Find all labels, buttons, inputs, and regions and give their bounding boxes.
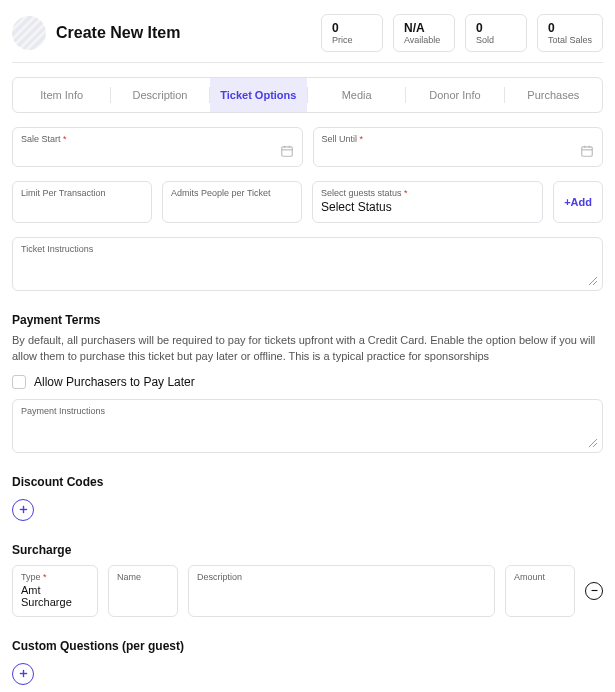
add-discount-code-button[interactable] bbox=[12, 499, 34, 521]
calendar-icon bbox=[280, 144, 294, 158]
allow-pay-later-checkbox[interactable] bbox=[12, 375, 26, 389]
label-text: Sell Until bbox=[322, 134, 358, 144]
stat-available: N/A Available bbox=[393, 14, 455, 52]
stat-value: 0 bbox=[332, 21, 372, 35]
surcharge-type-select[interactable]: Type * Amt Surcharge bbox=[12, 565, 98, 617]
field-label: Sell Until * bbox=[322, 134, 595, 144]
stat-label: Sold bbox=[476, 35, 516, 45]
sale-start-field[interactable]: Sale Start * bbox=[12, 127, 303, 167]
svg-line-8 bbox=[589, 277, 597, 285]
surcharge-amount-field[interactable]: Amount bbox=[505, 565, 575, 617]
svg-line-9 bbox=[593, 281, 597, 285]
stat-value: N/A bbox=[404, 21, 444, 35]
svg-line-10 bbox=[589, 439, 597, 447]
tab-purchases[interactable]: Purchases bbox=[505, 78, 602, 112]
tab-ticket-options[interactable]: Ticket Options bbox=[210, 78, 307, 112]
stat-label: Available bbox=[404, 35, 444, 45]
surcharge-name-field[interactable]: Name bbox=[108, 565, 178, 617]
svg-rect-4 bbox=[582, 147, 593, 156]
tab-item-info[interactable]: Item Info bbox=[13, 78, 110, 112]
allow-pay-later-label: Allow Purchasers to Pay Later bbox=[34, 375, 195, 389]
select-value: Select Status bbox=[321, 200, 534, 214]
page-header: Create New Item 0 Price N/A Available 0 … bbox=[12, 8, 603, 63]
field-label: Type * bbox=[21, 572, 89, 582]
plus-icon bbox=[18, 504, 29, 515]
stat-price: 0 Price bbox=[321, 14, 383, 52]
stat-label: Total Sales bbox=[548, 35, 592, 45]
label-text: Type bbox=[21, 572, 41, 582]
sell-until-field[interactable]: Sell Until * bbox=[313, 127, 604, 167]
field-label: Limit Per Transaction bbox=[21, 188, 143, 198]
field-label: Name bbox=[117, 572, 169, 582]
field-label: Sale Start * bbox=[21, 134, 294, 144]
plus-icon bbox=[18, 668, 29, 679]
guest-status-select[interactable]: Select guests status * Select Status bbox=[312, 181, 543, 223]
stat-sold: 0 Sold bbox=[465, 14, 527, 52]
payment-instructions-textarea[interactable]: Payment Instructions bbox=[12, 399, 603, 453]
label-text: Select guests status bbox=[321, 188, 402, 198]
ticket-instructions-textarea[interactable]: Ticket Instructions bbox=[12, 237, 603, 291]
field-label: Amount bbox=[514, 572, 566, 582]
admits-per-ticket-field[interactable]: Admits People per Ticket bbox=[162, 181, 302, 223]
add-status-button[interactable]: +Add bbox=[553, 181, 603, 223]
label-text: Sale Start bbox=[21, 134, 61, 144]
surcharge-description-field[interactable]: Description bbox=[188, 565, 495, 617]
field-label: Payment Instructions bbox=[21, 406, 594, 416]
field-label: Description bbox=[197, 572, 486, 582]
stat-label: Price bbox=[332, 35, 372, 45]
minus-icon bbox=[590, 586, 599, 595]
surcharge-heading: Surcharge bbox=[12, 543, 603, 557]
svg-line-11 bbox=[593, 443, 597, 447]
required-mark: * bbox=[404, 188, 408, 198]
stat-value: 0 bbox=[548, 21, 592, 35]
tab-description[interactable]: Description bbox=[111, 78, 208, 112]
payment-terms-description: By default, all purchasers will be requi… bbox=[12, 333, 603, 365]
field-label: Ticket Instructions bbox=[21, 244, 594, 254]
field-label: Admits People per Ticket bbox=[171, 188, 293, 198]
select-value: Amt Surcharge bbox=[21, 584, 89, 608]
resize-handle-icon[interactable] bbox=[588, 276, 598, 286]
calendar-icon bbox=[580, 144, 594, 158]
limit-per-transaction-field[interactable]: Limit Per Transaction bbox=[12, 181, 152, 223]
tab-bar: Item Info Description Ticket Options Med… bbox=[12, 77, 603, 113]
tab-donor-info[interactable]: Donor Info bbox=[406, 78, 503, 112]
field-label: Select guests status * bbox=[321, 188, 534, 198]
page-title: Create New Item bbox=[56, 24, 311, 42]
item-avatar bbox=[12, 16, 46, 50]
add-custom-question-button[interactable] bbox=[12, 663, 34, 685]
remove-surcharge-button[interactable] bbox=[585, 582, 603, 600]
discount-codes-heading: Discount Codes bbox=[12, 475, 603, 489]
stat-value: 0 bbox=[476, 21, 516, 35]
stat-total-sales: 0 Total Sales bbox=[537, 14, 603, 52]
required-mark: * bbox=[43, 572, 47, 582]
required-mark: * bbox=[360, 134, 364, 144]
custom-questions-heading: Custom Questions (per guest) bbox=[12, 639, 603, 653]
payment-terms-heading: Payment Terms bbox=[12, 313, 603, 327]
svg-rect-0 bbox=[281, 147, 292, 156]
tab-media[interactable]: Media bbox=[308, 78, 405, 112]
resize-handle-icon[interactable] bbox=[588, 438, 598, 448]
required-mark: * bbox=[63, 134, 67, 144]
